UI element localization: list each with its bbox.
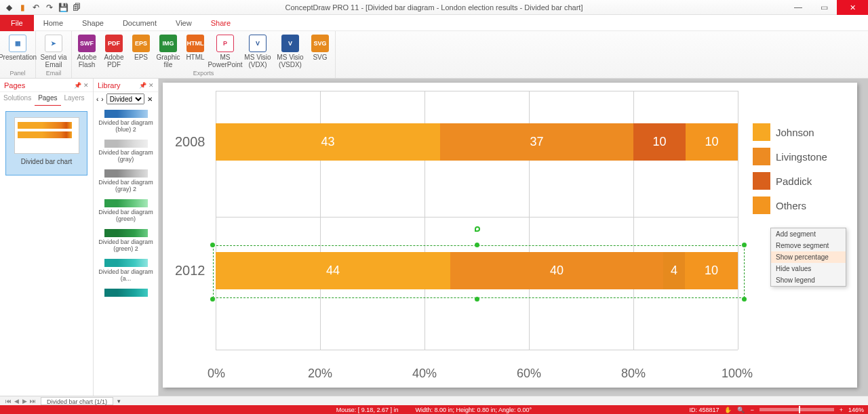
pages-title: Pages [4,81,25,89]
sheet-nav[interactable]: ⏮◀▶⏭ [4,398,37,405]
resize-handle[interactable] [475,243,479,247]
legend-label: Johnson [776,127,814,138]
x-tick: 80% [621,367,646,381]
legend[interactable]: Johnson Livingstone Paddick Others [753,123,841,214]
subtab-pages[interactable]: Pages [35,92,60,106]
html-button[interactable]: HTMLHTML [182,33,209,70]
tab-share[interactable]: Share [201,15,240,31]
context-menu: Add segment Remove segment Show percenta… [770,228,846,287]
menu-item-show-percentage[interactable]: Show percentage [771,251,846,263]
status-dims: Width: 8.00 in; Height: 0.80 in; Angle: … [415,407,532,413]
tab-document[interactable]: Document [113,15,166,31]
pages-panel: Pages📌 ✕ Solutions Pages Layers Divided … [0,79,94,396]
svg-button[interactable]: SVGSVG [307,33,334,70]
pages-subtabs: Solutions Pages Layers [0,92,93,106]
lib-next-icon[interactable]: › [101,96,103,103]
seg-johnson[interactable]: 43 [216,123,440,161]
legend-label: Paddick [776,175,812,187]
undo-icon[interactable]: ↶ [31,3,41,12]
print-icon[interactable]: 🗐 [72,3,81,12]
group-exports-label: Exports [193,70,214,77]
zoom-fit-icon[interactable]: 🔍 [737,407,745,413]
menu-item-show-legend[interactable]: Show legend [771,274,846,286]
list-item[interactable]: Divided bar diagram (blue) 2 [95,108,157,134]
drawing-page[interactable]: 2008 43 37 10 10 2012 44 40 4 10 [163,83,857,388]
adobe-pdf-button[interactable]: PDFAdobe PDF [100,33,127,70]
ribbon: ▦Presentation Panel ➤Send via Email Emai… [0,31,868,79]
resize-handle[interactable] [742,297,747,302]
canvas-area: 2008 43 37 10 10 2012 44 40 4 10 [159,79,868,396]
library-pin-icon[interactable]: 📌 ✕ [139,82,154,89]
zoom-in-icon[interactable]: + [840,407,843,413]
list-item[interactable]: Divided bar diagram (green) 2 [95,228,157,253]
subtab-layers[interactable]: Layers [61,92,88,106]
zoom-out-icon[interactable]: − [750,407,753,413]
subtab-solutions[interactable]: Solutions [0,92,35,106]
seg-livingstone[interactable]: 37 [440,123,633,161]
zoom-value[interactable]: 146% [848,407,864,413]
bar-2008[interactable]: 43 37 10 10 [216,123,738,161]
rotate-handle[interactable] [475,226,480,232]
menu-item-remove-segment[interactable]: Remove segment [771,240,846,251]
eps-button[interactable]: EPSEPS [127,33,155,70]
seg-paddick[interactable]: 10 [633,123,686,161]
save-icon[interactable]: 💾 [58,3,68,12]
list-item[interactable]: Divided bar diagram (green) [95,198,157,224]
quick-access-toolbar: ◆ ▮ ↶ ↷ 💾 🗐 [0,3,81,12]
x-tick: 60% [517,367,541,381]
selection-outline [213,245,745,298]
list-item[interactable]: Divided bar diagram (gray) [95,138,157,164]
list-item[interactable]: Divided bar diagram (gray) 2 [95,168,157,194]
menu-item-add-segment[interactable]: Add segment [771,228,846,240]
graphic-button[interactable]: IMGGraphic file [155,33,182,70]
tab-view[interactable]: View [166,15,201,31]
restore-button[interactable]: ▭ [811,0,837,15]
redo-icon[interactable]: ↷ [45,3,54,12]
group-email-label: Email [46,70,62,77]
status-mouse: Mouse: [ 9.18, 2.67 ] in [336,407,399,413]
visio-vdx-button[interactable]: VMS Visio (VDX) [241,33,274,70]
adobe-flash-button[interactable]: SWFAdobe Flash [73,33,100,70]
library-title: Library [98,81,121,89]
seg-others[interactable]: 10 [686,123,738,161]
library-dropdown[interactable]: Divided ... [106,94,144,104]
presentation-button[interactable]: ▦Presentation [1,33,34,62]
tab-file[interactable]: File [0,15,34,31]
group-panel-label: Panel [9,70,25,77]
app-icon: ◆ [4,3,14,12]
library-nav: ‹ › Divided ... ✕ [94,92,158,106]
resize-handle[interactable] [210,243,215,247]
resize-handle[interactable] [475,297,479,302]
send-email-button[interactable]: ➤Send via Email [37,33,70,70]
minimize-button[interactable]: — [785,0,811,15]
x-tick: 20% [308,367,332,381]
title-bar: ◆ ▮ ↶ ↷ 💾 🗐 ConceptDraw PRO 11 - [Divide… [0,0,868,15]
legend-label: Livingstone [776,151,827,163]
sheet-tab[interactable]: Divided bar chart (1/1) [41,397,113,405]
lib-prev-icon[interactable]: ‹ [96,96,98,103]
visio-vsdx-button[interactable]: VMS Visio (VSDX) [274,33,307,70]
sheet-dropdown-icon[interactable]: ▾ [117,398,121,405]
list-item[interactable] [95,287,157,299]
zoom-slider[interactable] [760,408,834,411]
powerpoint-button[interactable]: PMS PowerPoint [209,33,241,70]
library-panel: Library📌 ✕ ‹ › Divided ... ✕ Divided bar… [94,79,159,396]
hand-icon[interactable]: ✋ [724,407,732,413]
window-buttons: — ▭ ✕ [785,0,868,15]
x-tick: 100% [722,367,753,381]
doc-icon[interactable]: ▮ [18,3,27,12]
ribbon-tabs: File Home Shape Document View Share [0,15,868,31]
tab-home[interactable]: Home [34,15,73,31]
menu-item-hide-values[interactable]: Hide values [771,263,846,274]
thumbnail-label: Divided bar chart [21,158,73,165]
resize-handle[interactable] [742,243,747,247]
page-thumbnail[interactable]: Divided bar chart [5,111,87,175]
list-item[interactable]: Divided bar diagram (a... [95,257,157,283]
resize-handle[interactable] [210,297,215,302]
window-title: ConceptDraw PRO 11 - [Divided bar diagra… [0,3,868,12]
lib-close-icon[interactable]: ✕ [147,96,153,103]
x-tick: 40% [412,367,437,381]
tab-shape[interactable]: Shape [73,15,113,31]
close-button[interactable]: ✕ [837,0,868,15]
pages-pin-icon[interactable]: 📌 ✕ [74,82,89,89]
